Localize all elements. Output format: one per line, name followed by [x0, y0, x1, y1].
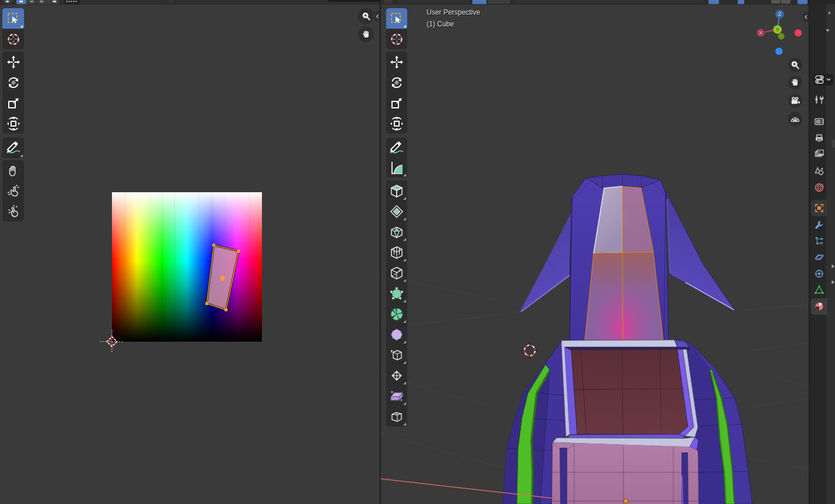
svg-text:Y: Y [776, 27, 779, 33]
svg-text:X: X [759, 30, 762, 36]
svg-text:Z: Z [778, 11, 782, 17]
